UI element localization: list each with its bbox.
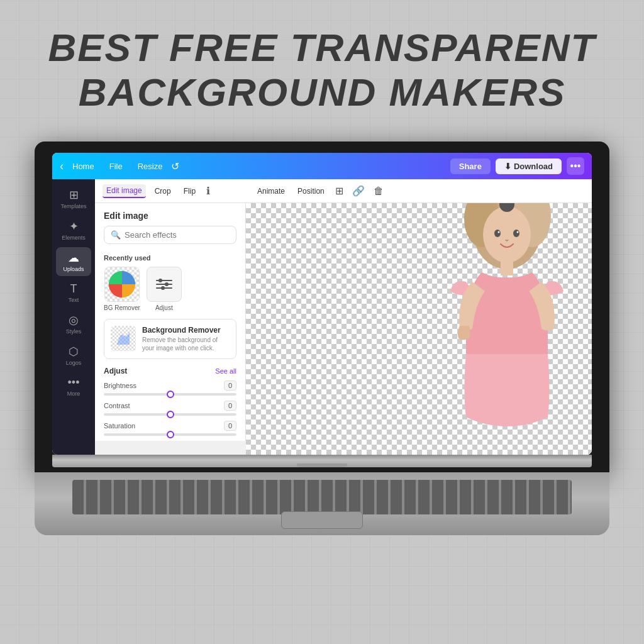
edit-panel-title: Edit image bbox=[95, 203, 245, 226]
svg-point-9 bbox=[161, 286, 165, 290]
headline: BEST FREE TRANSPARENT BACKGROUND MAKERS bbox=[0, 25, 644, 115]
keyboard-area bbox=[72, 480, 572, 514]
more-icon: ••• bbox=[68, 376, 80, 389]
uploads-icon: ☁ bbox=[68, 251, 79, 265]
tab-edit-image[interactable]: Edit image bbox=[103, 184, 146, 198]
svg-point-7 bbox=[165, 282, 169, 286]
sub-toolbar: Edit image Crop Flip ℹ bbox=[95, 179, 246, 203]
undo-icon[interactable]: ↺ bbox=[171, 160, 179, 172]
laptop-base bbox=[52, 455, 592, 467]
top-nav: ‹ Home File Resize ↺ Share ⬇ Download ••… bbox=[52, 153, 592, 179]
svg-point-21 bbox=[498, 231, 500, 233]
brightness-label: Brightness bbox=[104, 382, 136, 389]
elements-icon: ✦ bbox=[69, 219, 79, 233]
bg-remover-thumb bbox=[104, 267, 140, 302]
saturation-label: Saturation bbox=[104, 422, 135, 430]
nav-right: Share ⬇ Download ••• bbox=[450, 157, 584, 175]
tab-flip[interactable]: Flip bbox=[180, 185, 199, 197]
bg-remover-promo-thumb bbox=[111, 326, 136, 351]
logos-icon: ⬡ bbox=[69, 345, 79, 358]
grid-icon[interactable]: ⊞ bbox=[333, 183, 345, 199]
svg-rect-18 bbox=[501, 260, 513, 275]
laptop-screen-bezel: ‹ Home File Resize ↺ Share ⬇ Download ••… bbox=[52, 153, 592, 455]
svg-point-17 bbox=[483, 206, 531, 263]
bg-remover-promo-icon bbox=[111, 326, 136, 351]
tab-crop[interactable]: Crop bbox=[151, 185, 175, 197]
sidebar-item-elements[interactable]: ✦ Elements bbox=[56, 216, 91, 245]
laptop: ‹ Home File Resize ↺ Share ⬇ Download ••… bbox=[35, 142, 609, 609]
download-icon: ⬇ bbox=[504, 162, 511, 171]
laptop-screen-outer: ‹ Home File Resize ↺ Share ⬇ Download ••… bbox=[35, 142, 609, 472]
sidebar-item-styles[interactable]: ◎ Styles bbox=[56, 309, 91, 338]
brightness-slider-row: Brightness 0 bbox=[104, 380, 236, 396]
nav-home[interactable]: Home bbox=[66, 159, 101, 174]
link-icon[interactable]: 🔗 bbox=[350, 183, 367, 199]
edit-panel: Edit image 🔍 Recently used bbox=[95, 203, 246, 441]
bg-remover-title: Background Remover bbox=[142, 326, 230, 335]
nav-file[interactable]: File bbox=[103, 159, 129, 174]
trash-icon[interactable]: 🗑 bbox=[372, 184, 386, 199]
svg-point-22 bbox=[517, 231, 519, 233]
bg-remover-section[interactable]: Background Remover Remove the background… bbox=[104, 319, 236, 359]
search-icon: 🔍 bbox=[111, 230, 121, 240]
svg-point-20 bbox=[513, 230, 519, 237]
contrast-label: Contrast bbox=[104, 402, 130, 409]
effect-bg-remover[interactable]: BG Remover bbox=[104, 267, 140, 311]
share-button[interactable]: Share bbox=[450, 158, 491, 174]
contrast-track[interactable] bbox=[104, 413, 236, 416]
saturation-slider-row: Saturation 0 bbox=[104, 421, 236, 436]
brightness-thumb[interactable] bbox=[167, 391, 174, 398]
bg-remover-label: BG Remover bbox=[104, 304, 140, 311]
info-icon[interactable]: ℹ bbox=[204, 183, 212, 199]
bg-remover-promo-info: Background Remover Remove the background… bbox=[142, 326, 230, 352]
download-button[interactable]: ⬇ Download bbox=[496, 158, 562, 174]
canvas-toolbar-actions: Animate Position ⊞ 🔗 🗑 bbox=[253, 183, 386, 199]
sidebar-icons: ⊞ Templates ✦ Elements ☁ Uploads T bbox=[52, 179, 95, 455]
sidebar-item-logos[interactable]: ⬡ Logos bbox=[56, 341, 91, 370]
headline-line1: BEST FREE TRANSPARENT bbox=[0, 25, 644, 70]
see-all-link[interactable]: See all bbox=[215, 367, 236, 375]
back-button[interactable]: ‹ bbox=[60, 160, 64, 173]
laptop-keyboard-base bbox=[35, 472, 609, 535]
tab-animate[interactable]: Animate bbox=[253, 185, 289, 197]
effect-adjust[interactable]: Adjust bbox=[147, 267, 182, 311]
search-box[interactable]: 🔍 bbox=[104, 226, 236, 244]
nav-resize[interactable]: Resize bbox=[131, 159, 169, 174]
adjust-thumb bbox=[147, 267, 182, 302]
sidebar-item-text[interactable]: T Text bbox=[56, 279, 91, 307]
canvas-column: Animate Position ⊞ 🔗 🗑 bbox=[246, 179, 592, 455]
svg-point-5 bbox=[158, 279, 162, 282]
saturation-value: 0 bbox=[224, 421, 236, 431]
contrast-slider-row: Contrast 0 bbox=[104, 401, 236, 416]
adjust-label: Adjust bbox=[155, 304, 173, 311]
adjust-header: Adjust See all bbox=[104, 367, 236, 375]
adjust-icon bbox=[154, 274, 174, 294]
templates-icon: ⊞ bbox=[69, 188, 79, 202]
canvas-area[interactable] bbox=[246, 203, 592, 455]
contrast-value: 0 bbox=[224, 401, 236, 411]
sidebar-item-templates[interactable]: ⊞ Templates bbox=[56, 184, 91, 213]
more-button[interactable]: ••• bbox=[567, 157, 584, 175]
canvas-sub-toolbar: Animate Position ⊞ 🔗 🗑 bbox=[246, 179, 592, 203]
svg-point-19 bbox=[494, 230, 501, 237]
brightness-track[interactable] bbox=[104, 393, 236, 396]
pie-chart-icon bbox=[105, 267, 139, 302]
woman-figure bbox=[435, 203, 579, 455]
adjust-section: Adjust See all Brightness 0 bbox=[95, 367, 245, 441]
adjust-title: Adjust bbox=[104, 367, 127, 375]
recently-used-label: Recently used bbox=[95, 252, 245, 267]
contrast-thumb[interactable] bbox=[167, 411, 174, 418]
search-input[interactable] bbox=[125, 230, 230, 240]
headline-line2: BACKGROUND MAKERS bbox=[0, 70, 644, 114]
brightness-value: 0 bbox=[224, 380, 236, 391]
tab-position[interactable]: Position bbox=[294, 185, 328, 197]
sub-toolbar-tabs: Edit image Crop Flip ℹ bbox=[103, 183, 238, 199]
bg-remover-desc: Remove the background of your image with… bbox=[142, 336, 230, 352]
laptop-hinge bbox=[297, 464, 347, 467]
saturation-thumb[interactable] bbox=[167, 431, 174, 438]
canvas-checkerboard bbox=[246, 203, 592, 455]
touchpad[interactable] bbox=[281, 511, 363, 529]
sidebar-item-uploads[interactable]: ☁ Uploads bbox=[56, 247, 91, 276]
sidebar-item-more[interactable]: ••• More bbox=[56, 372, 91, 401]
saturation-track[interactable] bbox=[104, 433, 236, 436]
